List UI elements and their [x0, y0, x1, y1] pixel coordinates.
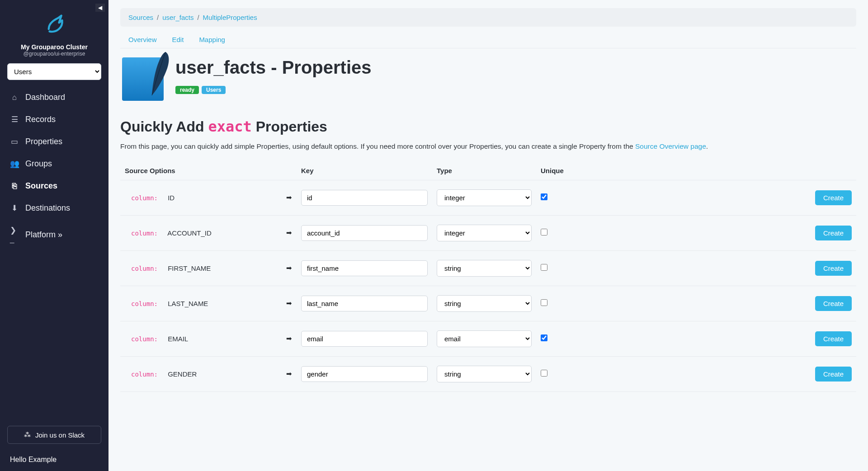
unique-checkbox[interactable]: [541, 370, 547, 377]
table-row: column: LAST_NAME➡stringCreate: [120, 286, 856, 321]
type-select[interactable]: string: [437, 260, 532, 277]
type-select[interactable]: string: [437, 295, 532, 312]
sidebar-item-destinations[interactable]: ⬇Destinations: [0, 197, 108, 219]
sidebar-item-properties[interactable]: ▭Properties: [0, 131, 108, 153]
list-icon: ☰: [10, 115, 19, 124]
th-actions: [581, 161, 856, 180]
table-row: column: FIRST_NAME➡stringCreate: [120, 250, 856, 286]
column-source-name: ID: [166, 194, 175, 202]
create-button[interactable]: Create: [815, 331, 852, 346]
type-select[interactable]: string: [437, 366, 532, 382]
key-input[interactable]: [301, 190, 428, 206]
column-label: column:: [125, 230, 158, 237]
home-icon: ⌂: [10, 93, 19, 102]
app-logo: [0, 0, 108, 40]
sidebar-nav: ⌂Dashboard☰Records▭Properties👥Groups⎘Sou…: [0, 86, 108, 255]
model-select[interactable]: Users: [7, 63, 101, 80]
export-icon: ⎘: [10, 182, 19, 191]
create-button[interactable]: Create: [815, 367, 852, 382]
table-row: column: ACCOUNT_ID➡integerCreate: [120, 215, 856, 250]
tab-mapping[interactable]: Mapping: [199, 36, 225, 43]
tab-edit[interactable]: Edit: [172, 36, 184, 43]
terminal-icon: ❯_: [10, 226, 19, 244]
column-label: column:: [125, 300, 158, 307]
th-type: Type: [432, 161, 536, 180]
unique-checkbox[interactable]: [541, 334, 547, 341]
card-icon: ▭: [10, 137, 19, 146]
breadcrumb-link[interactable]: user_facts: [162, 14, 193, 21]
arrow-icon: ➡: [274, 321, 297, 356]
join-slack-label: Join us on Slack: [35, 431, 85, 439]
th-source-options: Source Options: [120, 161, 274, 180]
breadcrumb-separator: /: [153, 14, 162, 21]
th-unique: Unique: [536, 161, 581, 180]
tab-overview[interactable]: Overview: [128, 36, 157, 43]
section-description: From this page, you can quickly add simp…: [120, 141, 856, 151]
main-content: Sources/user_facts/MultipleProperties Ov…: [108, 0, 868, 471]
sidebar: ◀ My Grouparoo Cluster @grouparoo/ui-ent…: [0, 0, 108, 471]
th-key: Key: [297, 161, 432, 180]
sidebar-item-groups[interactable]: 👥Groups: [0, 153, 108, 175]
breadcrumb-link[interactable]: MultipleProperties: [203, 14, 257, 21]
column-label: column:: [125, 194, 158, 202]
sidebar-item-label: Properties: [25, 137, 62, 146]
breadcrumb-link[interactable]: Sources: [128, 14, 153, 21]
model-badge: Users: [202, 86, 226, 94]
status-badge-ready: ready: [175, 86, 199, 94]
unique-checkbox[interactable]: [541, 193, 547, 200]
arrow-icon: ➡: [274, 215, 297, 250]
column-source-name: EMAIL: [166, 335, 188, 343]
cluster-name: My Grouparoo Cluster: [0, 43, 108, 51]
key-input[interactable]: [301, 296, 428, 311]
section-desc-suffix: .: [706, 142, 708, 150]
key-input[interactable]: [301, 331, 428, 347]
unique-checkbox[interactable]: [541, 299, 547, 306]
sidebar-item-label: Groups: [25, 159, 52, 169]
cluster-subtitle: @grouparoo/ui-enterprise: [0, 51, 108, 57]
column-source-name: GENDER: [166, 370, 197, 378]
th-arrow: [274, 161, 297, 180]
type-select[interactable]: email: [437, 330, 532, 347]
section-title: Quickly Add exact Properties: [120, 118, 856, 135]
breadcrumbs: Sources/user_facts/MultipleProperties: [120, 8, 856, 27]
section-desc-text: From this page, you can quickly add simp…: [120, 142, 635, 150]
sidebar-item-label: Platform »: [25, 230, 62, 240]
unique-checkbox[interactable]: [541, 264, 547, 271]
unique-checkbox[interactable]: [541, 229, 547, 236]
create-button[interactable]: Create: [815, 296, 852, 311]
sidebar-item-sources[interactable]: ⎘Sources: [0, 175, 108, 197]
key-input[interactable]: [301, 260, 428, 276]
type-select[interactable]: integer: [437, 189, 532, 206]
type-select[interactable]: integer: [437, 225, 532, 241]
column-source-name: ACCOUNT_ID: [166, 229, 212, 237]
arrow-icon: ➡: [274, 356, 297, 391]
sidebar-item-records[interactable]: ☰Records: [0, 108, 108, 131]
sidebar-item-dashboard[interactable]: ⌂Dashboard: [0, 86, 108, 108]
join-slack-button[interactable]: ⁂ Join us on Slack: [7, 426, 101, 444]
column-source-name: FIRST_NAME: [166, 264, 211, 272]
hello-user: Hello Example: [0, 448, 108, 471]
import-icon: ⬇: [10, 203, 19, 213]
feather-icon: [147, 51, 172, 98]
properties-table: Source Options Key Type Unique column: I…: [120, 161, 856, 392]
sidebar-collapse-button[interactable]: ◀: [95, 4, 105, 12]
section-title-prefix: Quickly Add: [120, 118, 208, 135]
page-title: user_facts - Properties: [175, 57, 372, 78]
source-icon: [122, 57, 164, 101]
sidebar-item-label: Destinations: [25, 203, 70, 213]
create-button[interactable]: Create: [815, 261, 852, 276]
create-button[interactable]: Create: [815, 226, 852, 240]
key-input[interactable]: [301, 366, 428, 382]
arrow-icon: ➡: [274, 286, 297, 321]
table-row: column: EMAIL➡emailCreate: [120, 321, 856, 356]
create-button[interactable]: Create: [815, 190, 852, 205]
sidebar-item-platform-[interactable]: ❯_Platform »: [0, 219, 108, 250]
column-label: column:: [125, 335, 158, 343]
sidebar-item-label: Dashboard: [25, 93, 65, 102]
table-row: column: ID➡integerCreate: [120, 180, 856, 215]
slack-icon: ⁂: [24, 431, 31, 439]
arrow-icon: ➡: [274, 250, 297, 286]
key-input[interactable]: [301, 225, 428, 241]
source-overview-link[interactable]: Source Overview page: [635, 142, 706, 150]
sidebar-item-label: Records: [25, 115, 56, 124]
